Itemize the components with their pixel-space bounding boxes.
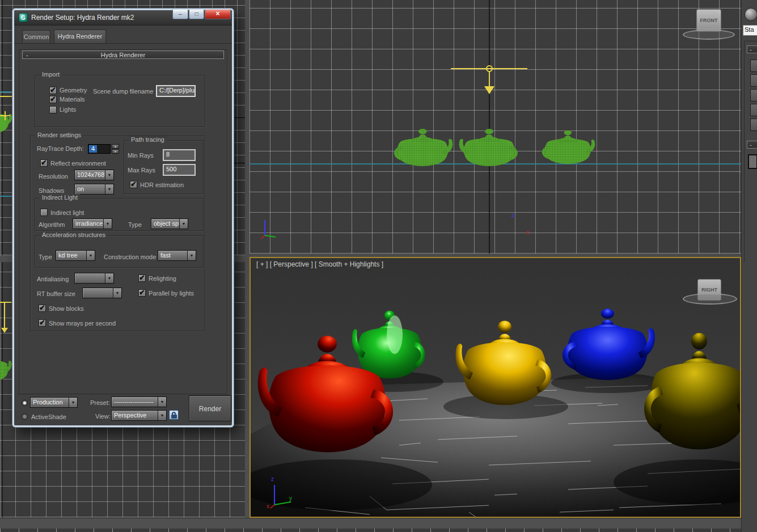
- light-gizmo-line: [0, 96, 12, 97]
- rt-buffer-size-label: RT buffer size: [37, 290, 75, 297]
- view-label: View:: [95, 413, 111, 420]
- maximize-button[interactable]: □: [189, 10, 204, 19]
- accel-type-dropdown[interactable]: kd tree ▼: [56, 250, 95, 261]
- ground-plane-line: [0, 91, 14, 92]
- panel-button[interactable]: [750, 60, 757, 72]
- rt-buffer-size-dropdown[interactable]: ▼: [82, 288, 122, 298]
- check-icon: ✔: [139, 288, 145, 297]
- chevron-down-icon: ▼: [105, 170, 113, 180]
- shadows-dropdown[interactable]: on ▼: [74, 184, 114, 195]
- shadows-label: Shadows: [39, 187, 64, 194]
- resolution-dropdown[interactable]: 1024x768 ▼: [74, 170, 114, 180]
- max-rays-field[interactable]: 500: [163, 164, 196, 176]
- minimize-button[interactable]: –: [172, 10, 188, 19]
- chevron-down-icon: ▼: [158, 397, 166, 407]
- axis-z-label: z: [511, 212, 514, 218]
- sphere-icon[interactable]: [745, 8, 757, 21]
- activeshade-radio[interactable]: [22, 413, 28, 420]
- axis-z-label: z: [271, 476, 274, 482]
- min-rays-field[interactable]: 8: [163, 149, 196, 161]
- close-button[interactable]: ×: [205, 10, 231, 19]
- viewport-splitter-vertical[interactable]: [245, 0, 249, 518]
- selection-gizmo: [5, 111, 6, 120]
- axis-y-label: y: [289, 495, 292, 501]
- render-setup-dialog: G Render Setup: Hydra Render mk2 – □ × C…: [12, 9, 234, 427]
- viewport-label[interactable]: [ + ] [ Perspective ] [ Smooth + Highlig…: [256, 260, 383, 268]
- panel-button[interactable]: [750, 104, 757, 116]
- viewcube-ring[interactable]: [683, 293, 737, 305]
- show-mrays-label: Show mrays per second: [49, 320, 116, 327]
- dialog-title: Render Setup: Hydra Render mk2: [31, 14, 134, 22]
- panel-button[interactable]: [750, 74, 757, 87]
- chevron-down-icon: ▼: [179, 219, 188, 229]
- panel-button[interactable]: [750, 119, 757, 131]
- spinner-up-button[interactable]: ▲: [112, 144, 119, 149]
- show-blocks-checkbox[interactable]: ✔: [39, 305, 46, 312]
- check-icon: ✔: [139, 273, 145, 282]
- panel-button[interactable]: [750, 89, 757, 102]
- name-field[interactable]: Sta: [743, 25, 757, 36]
- hdr-estimation-checkbox[interactable]: ✔: [130, 181, 137, 188]
- filename-field[interactable]: C:/[Derp]/plu: [156, 85, 196, 97]
- chevron-down-icon: ▼: [69, 398, 77, 407]
- panel-button[interactable]: [748, 154, 757, 169]
- lights-label: Lights: [60, 106, 76, 113]
- ground-plane-line: [0, 196, 14, 197]
- show-mrays-checkbox[interactable]: ✔: [39, 319, 46, 327]
- construction-mode-dropdown[interactable]: fast ▼: [158, 250, 196, 261]
- check-icon: ✔: [50, 86, 56, 94]
- chevron-down-icon: ▼: [187, 251, 196, 260]
- rollout-header[interactable]: -: [747, 141, 757, 149]
- check-icon: ✔: [50, 95, 56, 103]
- target-dropdown[interactable]: Production ▼: [30, 397, 78, 408]
- hdr-estimation-label: HDR estimation: [140, 181, 184, 188]
- check-icon: ✔: [39, 303, 45, 312]
- preset-dropdown[interactable]: ------------------- ▼: [111, 396, 167, 407]
- perspective-scene: [251, 258, 740, 517]
- filename-label: Scene dump filename: [93, 88, 153, 95]
- geometry-checkbox[interactable]: ✔: [49, 87, 57, 94]
- tab-hydra-renderer[interactable]: Hydra Renderer: [54, 29, 106, 43]
- viewport-front[interactable]: z x FRONT: [249, 0, 741, 254]
- activeshade-label: ActiveShade: [31, 413, 66, 420]
- construction-mode-label: Construction mode: [104, 254, 156, 260]
- antialiasing-dropdown[interactable]: ▼: [74, 273, 114, 284]
- render-button[interactable]: Render: [189, 395, 231, 421]
- lock-icon[interactable]: [169, 410, 179, 420]
- front-scene: [249, 0, 741, 254]
- tab-common[interactable]: Common: [22, 30, 50, 43]
- antialiasing-label: Antialiasing: [37, 276, 69, 282]
- parallel-by-lights-checkbox[interactable]: ✔: [138, 289, 146, 297]
- viewcube-ring[interactable]: [683, 29, 735, 40]
- materials-checkbox[interactable]: ✔: [49, 96, 57, 103]
- lights-checkbox[interactable]: [49, 106, 57, 113]
- dialog-titlebar[interactable]: G Render Setup: Hydra Render mk2 – □ ×: [14, 10, 232, 26]
- indirect-type-label: Type: [128, 221, 142, 228]
- chevron-down-icon: ▼: [86, 251, 95, 260]
- time-ruler[interactable]: [0, 529, 757, 532]
- accel-type-label: Type: [39, 254, 52, 260]
- chevron-down-icon: ▼: [113, 288, 121, 298]
- view-dropdown[interactable]: Perspective ▼: [111, 410, 167, 421]
- rollout-header-hydra[interactable]: - Hydra Renderer: [22, 50, 224, 59]
- command-panel-partial: Sta - -: [741, 0, 757, 532]
- algorithm-label: Algorithm: [39, 221, 65, 228]
- light-gizmo-line: [0, 302, 11, 303]
- indirect-type-dropdown[interactable]: object spa ▼: [151, 218, 188, 229]
- reflect-environment-checkbox[interactable]: ✔: [40, 159, 48, 167]
- raytrace-depth-spinner: ▲ ▼: [112, 144, 119, 154]
- viewcube-front[interactable]: FRONT: [696, 9, 721, 32]
- axis-line: [234, 117, 245, 118]
- rollout-header[interactable]: -: [747, 45, 757, 53]
- spinner-down-button[interactable]: ▼: [112, 149, 119, 154]
- show-blocks-label: Show blocks: [49, 305, 84, 312]
- algorithm-dropdown[interactable]: irradiance ▼: [73, 218, 112, 229]
- indirect-light-label: Indirect light: [50, 209, 84, 216]
- geometry-label: Geometry: [60, 87, 87, 94]
- timeline-bar[interactable]: [0, 518, 757, 532]
- production-radio[interactable]: [22, 400, 28, 406]
- relighting-checkbox[interactable]: ✔: [138, 275, 146, 282]
- viewport-perspective[interactable]: [ + ] [ Perspective ] [ Smooth + Highlig…: [249, 257, 741, 518]
- indirect-light-checkbox[interactable]: [40, 209, 48, 216]
- raytrace-depth-field[interactable]: 4: [88, 144, 111, 154]
